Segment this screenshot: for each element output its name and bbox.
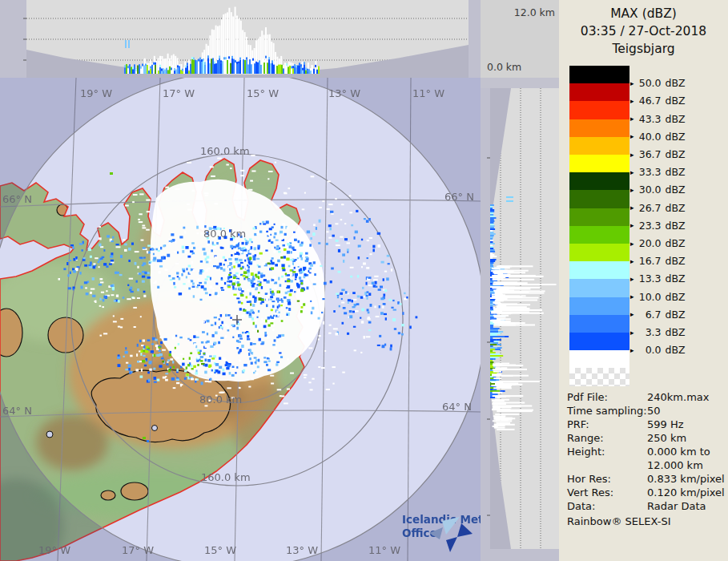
scale-tick-arrow-icon: ▸ [630,168,634,176]
scale-tick-arrow-icon: ▸ [630,132,634,140]
scale-tick-arrow-icon: ▸ [630,186,634,194]
scale-entry-label: ▸40.0dBZ [630,131,686,143]
scale-swatch [569,66,629,84]
scale-entry-label: ▸6.7dBZ [630,309,686,321]
scale-entry-label: ▸0.0dBZ [630,344,686,356]
metadata-label: Height: [567,446,605,458]
lon-label: 15° W [247,87,279,99]
scale-entry-label: ▸46.7dBZ [630,95,686,107]
metadata-label: Hor Res: [567,473,611,485]
metadata-label: Data: [567,500,595,512]
legend-sidebar: MAX (dBZ) 03:35 / 27-Oct-2018 Teigsbjarg… [559,0,728,561]
scale-swatch [569,137,629,155]
scale-swatch [569,368,629,386]
radar-map: 19° W 17° W 15° W 13° W 11° W 19° W 17° … [0,78,481,561]
product-title: MAX (dBZ) [559,5,728,22]
scale-tick-arrow-icon: ▸ [630,346,634,354]
scale-swatch [569,101,629,119]
profile-left-margin [481,78,490,561]
scale-swatch [569,208,629,227]
software-brand: Rainbow® SELEX-SI [567,515,671,527]
metadata-value: 250 km [647,432,686,444]
profile-right-margin [469,0,481,78]
top-height-profile-panel [0,0,481,78]
lon-label: 19° W [38,544,70,556]
scale-entry-label: ▸50.0dBZ [630,77,686,89]
scale-swatch [569,315,629,333]
scale-entry-label: ▸16.7dBZ [630,255,686,267]
scale-swatch [569,297,629,316]
lat-label: 66° N [2,193,32,205]
scale-swatch [569,119,629,138]
radar-application-window: 12.0 km 0.0 km [0,0,728,561]
scale-swatch [569,244,629,262]
metadata-label: Vert Res: [567,486,613,498]
lon-label: 11° W [412,87,444,99]
scale-entry-label: ▸13.3dBZ [630,272,686,285]
metadata-value: 0.000 km to [647,446,710,458]
scale-tick-arrow-icon: ▸ [630,240,634,248]
right-height-profile-panel [481,78,559,561]
scale-swatch [569,190,629,208]
metadata-value: 0.833 km/pixel [647,473,725,485]
scale-tick-arrow-icon: ▸ [630,204,634,212]
scale-swatch [569,350,629,369]
scale-tick-arrow-icon: ▸ [630,151,634,159]
scale-tick-arrow-icon: ▸ [630,275,634,283]
scale-tick-arrow-icon: ▸ [630,97,634,105]
ring-label: 80.0 km [199,394,242,406]
lon-label: 17° W [163,87,195,99]
lon-label: 15° W [204,544,236,556]
height-axis-gutter: 12.0 km 0.0 km [481,0,559,78]
scale-entry-label: ▸43.3dBZ [630,113,686,125]
metadata-label: Range: [567,432,604,444]
scale-tick-arrow-icon: ▸ [630,221,634,229]
radar-station-name: Teigsbjarg [559,40,728,58]
scale-tick-arrow-icon: ▸ [630,329,634,337]
lat-label: 64° N [2,405,32,417]
scale-entry-label: ▸23.3dBZ [630,220,686,232]
ring-label: 160.0 km [200,145,250,157]
lat-label: 66° N [444,191,474,203]
lat-label: 64° N [442,401,472,413]
scale-tick-arrow-icon: ▸ [630,115,634,123]
lon-label: 13° W [328,87,360,99]
scale-entry-label: ▸33.3dBZ [630,166,686,178]
scale-entry-label: ▸36.7dBZ [630,148,686,160]
scale-swatch [569,155,629,173]
scale-tick-arrow-icon: ▸ [630,257,634,265]
scale-tick-arrow-icon: ▸ [630,293,634,301]
lon-label: 11° W [368,544,400,556]
scale-swatch [569,333,629,351]
scale-tick-arrow-icon: ▸ [630,310,634,318]
imo-logo-text-line1: Icelandic Met [402,513,481,526]
lon-label: 13° W [286,544,318,556]
metadata-value: Radar Data [647,500,706,512]
scale-entry-label: ▸26.7dBZ [630,202,686,214]
scale-swatch [569,83,629,102]
ring-label: 160.0 km [201,471,251,483]
ring-label: 80.0 km [203,228,246,240]
height-min-label: 0.0 km [487,61,521,73]
scale-swatch [569,261,629,280]
metadata-value: 12.000 km [647,459,703,471]
profile-top-margin [481,78,559,88]
metadata-value: 599 Hz [647,418,684,430]
scale-entry-label: ▸10.0dBZ [630,291,686,303]
lon-label: 19° W [80,87,112,99]
lon-label: 17° W [122,544,154,556]
metadata-value: 0.120 km/pixel [647,486,725,498]
product-datetime: 03:35 / 27-Oct-2018 [559,22,728,40]
scale-swatch [569,279,629,297]
product-title-block: MAX (dBZ) 03:35 / 27-Oct-2018 Teigsbjarg [559,5,728,58]
metadata-label: Pdf File: [567,391,608,403]
metadata-value: 50 [647,405,661,417]
metadata-value: 240km.max [647,391,709,403]
scale-entry-label: ▸30.0dBZ [630,184,686,196]
scale-tick-arrow-icon: ▸ [630,79,634,87]
metadata-label: Time sampling: [567,405,647,417]
scale-swatch [569,172,629,191]
scale-entry-label: ▸20.0dBZ [630,237,686,249]
height-max-label: 12.0 km [514,6,555,18]
profile-bottom-margin [481,549,559,561]
